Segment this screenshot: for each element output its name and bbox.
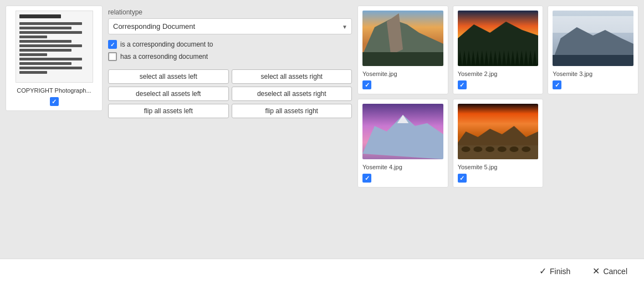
asset-card: COPYRIGHT Photograph...	[6, 6, 103, 111]
photo-card-1: Yosemite.jpg	[357, 6, 448, 94]
photo-card-4: Yosemite 4.jpg	[357, 99, 448, 188]
deselect-all-assets-right-button[interactable]: deselect all assets right	[232, 87, 352, 101]
relation-type-section: relationtype Corresponding Document ▼	[108, 8, 352, 34]
photo-checkbox-1[interactable]	[362, 80, 371, 89]
finish-label: Finish	[550, 267, 570, 276]
checkbox-row-2[interactable]: has a corresonding document	[108, 52, 352, 61]
select-all-assets-left-button[interactable]: select all assets left	[108, 69, 229, 84]
photo-name-5: Yosemite 5.jpg	[458, 164, 498, 170]
cancel-button[interactable]: ✕ Cancel	[587, 263, 633, 279]
photo-checkbox-5[interactable]	[458, 174, 467, 183]
doc-lines	[19, 22, 89, 74]
checkboxes-section: is a corresponding document to has a cor…	[108, 40, 352, 61]
checkbox-1-label: is a corresponding document to	[120, 41, 213, 48]
select-wrapper: Corresponding Document ▼	[108, 18, 352, 34]
cancel-label: Cancel	[603, 267, 627, 276]
photo-name-1: Yosemite.jpg	[362, 70, 397, 77]
asset-thumbnail	[16, 11, 93, 83]
photo-name-4: Yosemite 4.jpg	[362, 164, 402, 170]
photo-card-3: Yosemite 3.jpg	[548, 6, 638, 94]
photo-checkbox-4[interactable]	[362, 174, 371, 183]
photo-canvas-5	[458, 104, 539, 159]
photo-grid: Yosemite.jpg Yosemite 2.jpg Yosemite 3.j…	[357, 6, 638, 253]
left-panel: COPYRIGHT Photograph...	[6, 6, 103, 253]
photo-canvas-3	[553, 11, 633, 66]
flip-all-assets-left-button[interactable]: flip all assets left	[108, 104, 229, 118]
photo-canvas-2	[458, 11, 539, 66]
close-icon: ✕	[592, 266, 600, 276]
photo-card-2: Yosemite 2.jpg	[453, 6, 544, 94]
checkbox-2[interactable]	[108, 52, 117, 61]
doc-title-line	[19, 14, 62, 18]
photo-canvas-1	[362, 11, 443, 66]
checkmark-icon: ✓	[539, 266, 546, 276]
photo-checkbox-3[interactable]	[553, 80, 561, 89]
checkbox-row-1[interactable]: is a corresponding document to	[108, 40, 352, 49]
buttons-grid: select all assets left select all assets…	[108, 69, 352, 118]
deselect-all-assets-left-button[interactable]: deselect all assets left	[108, 87, 229, 101]
select-all-assets-right-button[interactable]: select all assets right	[232, 69, 352, 84]
asset-name: COPYRIGHT Photograph...	[17, 87, 91, 94]
finish-button[interactable]: ✓ Finish	[534, 263, 576, 279]
photo-name-2: Yosemite 2.jpg	[458, 70, 498, 77]
photo-card-5: Yosemite 5.jpg	[453, 99, 544, 188]
relation-type-label: relationtype	[108, 8, 352, 16]
asset-checkbox[interactable]	[50, 97, 59, 106]
photo-name-3: Yosemite 3.jpg	[553, 70, 592, 77]
middle-panel: relationtype Corresponding Document ▼ is…	[108, 6, 352, 253]
relation-type-select[interactable]: Corresponding Document	[108, 18, 352, 34]
photo-checkbox-2[interactable]	[458, 80, 467, 89]
checkbox-1[interactable]	[108, 40, 117, 49]
footer: ✓ Finish ✕ Cancel	[0, 259, 644, 283]
checkbox-2-label: has a corresonding document	[120, 53, 208, 60]
flip-all-assets-right-button[interactable]: flip all assets right	[232, 104, 352, 118]
photo-canvas-4	[362, 104, 443, 159]
